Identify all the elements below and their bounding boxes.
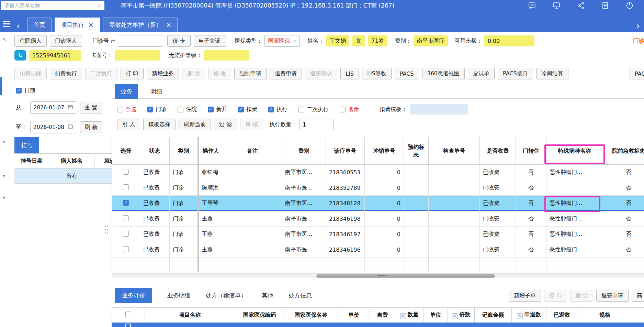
menu-search-input[interactable] (4, 2, 98, 9)
back-chevron-icon[interactable]: ‹ (16, 21, 20, 30)
close-icon[interactable]: × (166, 22, 171, 28)
grid-row[interactable]: 已收费门诊王燕南平市医...2183461960已收费否恶性肿瘤门...否 (112, 242, 644, 258)
grid-cell-select[interactable] (112, 196, 140, 211)
tab-project-execution[interactable]: 项目执行 × (55, 18, 100, 32)
tab-registration[interactable]: 挂号 (14, 137, 39, 153)
filter-checkbox-5[interactable]: 执行 (268, 106, 287, 113)
checkbox-icon[interactable] (117, 107, 123, 112)
date-from-input[interactable]: 2026-01-07 (30, 101, 76, 114)
action-button-4[interactable]: 审 核 (240, 119, 263, 130)
action-button-1[interactable]: 模板选择 (143, 119, 176, 130)
e-voucher-button[interactable]: 电子凭证 (194, 35, 226, 47)
toolbar-button-7[interactable]: 强制申请 (234, 68, 267, 79)
action-button-3[interactable]: 过 滤 (214, 119, 237, 130)
chevron-down-icon[interactable]: ∨ (98, 3, 101, 8)
splitter-handle[interactable] (378, 275, 379, 276)
checkbox-icon[interactable] (268, 107, 274, 112)
row-checkbox[interactable] (123, 184, 129, 190)
toolbar-button-2[interactable]: 二次执行 (85, 68, 117, 79)
bottom-button-4[interactable]: 高 (632, 290, 644, 302)
filter-checkbox-0[interactable]: 全选 (117, 106, 136, 113)
row-checkbox[interactable] (123, 215, 129, 221)
filter-checkbox-4[interactable]: 扣费 (238, 106, 257, 113)
grid-row[interactable]: 已收费门诊陈顺洪南平市医...2183527890已收费否否 (112, 180, 644, 196)
collapse-arrow-icon[interactable]: ↖ (2, 36, 7, 42)
calendar-icon[interactable] (68, 124, 73, 131)
document-icon[interactable] (601, 1, 609, 10)
pricing-row-partial[interactable] (112, 323, 644, 327)
section-chevron-icon[interactable]: ▾ (3, 195, 5, 200)
checkbox-icon[interactable] (208, 107, 214, 112)
row-checkbox[interactable] (123, 169, 129, 175)
bottom-button-1[interactable]: 保 存 (544, 290, 567, 302)
menu-search-box[interactable]: ∨ (1, 1, 104, 10)
date-to-input[interactable]: 2026-01-08 (30, 121, 76, 133)
toolbar-button-12[interactable]: PACS (395, 68, 419, 79)
monitor-icon[interactable] (552, 1, 561, 10)
tab-prescription-maintenance[interactable]: 零散处方维护（新） × (103, 18, 178, 32)
grid-row[interactable]: 已收费门诊王燕南平市医...2183461980已收费否恶性肿瘤门...否 (112, 211, 644, 227)
tab-business[interactable]: 业务 (115, 84, 138, 99)
toolbar-button-16[interactable]: 诊间结算 (536, 68, 568, 79)
toolbar-button-13[interactable]: 360患者视图 (422, 68, 465, 79)
menu-icon[interactable] (3, 21, 10, 28)
toolbar-button-8[interactable]: 退费申请 (270, 68, 302, 79)
toolbar-button-0[interactable]: 扣费记账 (14, 68, 47, 79)
bottom-button-3[interactable]: 退费申请 (596, 290, 629, 302)
outpatient-no-input[interactable] (118, 35, 163, 47)
filter-checkbox-3[interactable]: 新开 (208, 106, 227, 113)
toolbar-button-6[interactable]: 修 改 (208, 68, 231, 79)
template-input[interactable] (410, 104, 468, 115)
scrollbar-thumb[interactable] (316, 274, 495, 278)
toolbar-button-5[interactable]: 删 除 (182, 68, 205, 79)
filter-checkbox-1[interactable]: 门诊 (147, 106, 167, 113)
row-checkbox[interactable] (125, 324, 131, 327)
row-checkbox[interactable] (123, 246, 129, 252)
power-icon[interactable] (625, 1, 634, 10)
grid-row[interactable]: 已收费门诊张红梅南平市医...2183605530已收费否恶性肿瘤门...否 (112, 165, 644, 180)
read-card-button[interactable]: 读 卡 (167, 35, 190, 47)
action-button-2[interactable]: 刷新当前 (179, 119, 211, 130)
registration-row[interactable]: 所有 (14, 168, 112, 184)
checkbox-icon[interactable] (147, 107, 153, 112)
grid-cell-select[interactable] (112, 165, 140, 180)
bottom-button-0[interactable]: 新增子单 (509, 290, 541, 302)
tab-home[interactable]: 首页 (27, 18, 52, 32)
section-chevron-icon[interactable]: ▾ (3, 140, 5, 145)
filter-checkbox-2[interactable]: 住院 (178, 106, 197, 113)
close-icon[interactable]: × (88, 22, 94, 28)
share-icon[interactable] (577, 1, 585, 10)
checkbox-icon[interactable] (340, 107, 346, 112)
chat-icon[interactable] (528, 1, 536, 10)
bottom-button-2[interactable]: 删 除 (570, 290, 593, 302)
insurance-type-select[interactable]: 国家医保 ∨ (264, 35, 300, 47)
grid-row[interactable]: 已收费门诊王琴琴南平市医...2183481280已收费否恶性肿瘤门...否 (112, 196, 644, 211)
grid-cell-select[interactable] (112, 180, 140, 196)
toolbar-button-9[interactable]: 退费确认 (305, 68, 337, 79)
row-checkbox[interactable] (123, 231, 129, 237)
grid-cell-select[interactable] (112, 242, 140, 258)
grid-row[interactable]: 已收费门诊王燕南平市医...2183461970已收费否恶性肿瘤门...否 (112, 227, 644, 242)
checkbox-icon[interactable] (298, 107, 304, 112)
care-level-input[interactable] (204, 50, 249, 61)
checkbox-icon[interactable] (178, 107, 183, 112)
row-checkbox[interactable] (123, 200, 129, 206)
exec-count-input[interactable] (300, 119, 334, 130)
filter-checkbox-7[interactable]: 退费 (340, 106, 359, 113)
toolbar-button-3[interactable]: 打 印 (121, 68, 144, 79)
date-filter[interactable]: 日期 (16, 87, 35, 94)
toolbar-button-11[interactable]: LIS签收 (362, 68, 392, 79)
card-no-input[interactable] (115, 50, 160, 61)
inpatient-button[interactable]: 住院病人 (14, 35, 47, 47)
toolbar-button-14[interactable]: 皮试单 (468, 68, 495, 79)
calendar-icon[interactable] (68, 104, 73, 111)
forward-chevron-icon[interactable]: › (636, 21, 640, 30)
tab-detail[interactable]: 明细 (144, 84, 168, 99)
refresh-button[interactable]: 刷 新 (80, 121, 102, 133)
toolbar-button-17[interactable]: PAC (630, 68, 644, 79)
grid-cell-select[interactable] (112, 227, 140, 242)
filter-checkbox-6[interactable]: 二次执行 (298, 106, 329, 113)
header-checkbox[interactable] (125, 312, 131, 317)
reset-button[interactable]: 重 置 (80, 102, 102, 113)
toolbar-button-1[interactable]: 扣费执行 (50, 68, 82, 79)
